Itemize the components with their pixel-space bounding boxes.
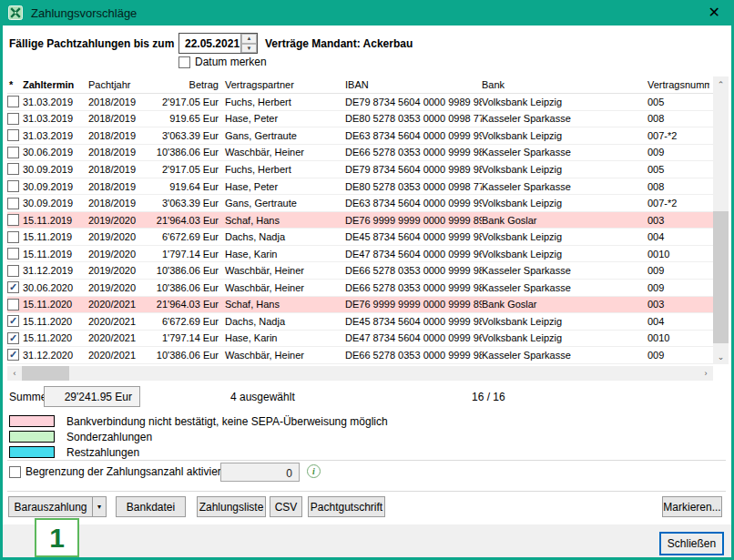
limit-checkbox-box[interactable] (9, 466, 21, 478)
info-icon[interactable]: i (307, 464, 321, 478)
column-header-vertragspartner[interactable]: Vertragspartner (223, 79, 345, 90)
row-checkbox[interactable] (7, 198, 19, 209)
date-spin-down-icon[interactable]: ▼ (241, 44, 257, 54)
row-checkbox[interactable] (7, 349, 19, 361)
scroll-right-icon[interactable]: › (698, 366, 713, 381)
table-row[interactable]: 30.09.2019 2018/2019 2'917.05 Eur Fuchs,… (7, 161, 713, 178)
zahlungsliste-button[interactable]: Zahlungsliste (197, 496, 266, 517)
table-row[interactable]: 31.03.2019 2018/2019 919.65 Eur Hase, Pe… (7, 111, 713, 128)
zahlungsvorschlaege-dialog: Zahlungsvorschläge ✕ Fällige Pachtzahlun… (0, 0, 734, 560)
row-checkbox[interactable] (7, 231, 19, 243)
cell-betrag: 10'386.06 Eur (148, 147, 223, 158)
h-scrollbar[interactable]: ‹ › (7, 366, 713, 381)
cell-vertragsnummer: 005 (647, 164, 709, 175)
close-dialog-button[interactable]: Schließen (659, 532, 724, 555)
table-row[interactable]: 31.03.2019 2018/2019 3'063.39 Eur Gans, … (7, 127, 713, 145)
scroll-down-icon[interactable]: ⌄ (713, 349, 729, 364)
row-checkbox[interactable] (7, 332, 19, 344)
cell-iban: DE79 8734 5604 0000 9989 98 (345, 164, 482, 175)
column-header-bank[interactable]: Bank (482, 79, 647, 90)
column-header-iban[interactable]: IBAN (345, 79, 482, 90)
bankdatei-button[interactable]: Bankdatei (116, 496, 186, 517)
table-row[interactable]: 30.09.2019 2018/2019 3'063.39 Eur Gans, … (7, 195, 713, 212)
cell-betrag: 6'672.69 Eur (148, 316, 223, 327)
table-row[interactable]: 15.11.2020 2020/2021 1'797.14 Eur Hase, … (7, 331, 713, 348)
cell-vertragsnummer: 008 (647, 181, 709, 192)
cell-vertragspartner: Waschbär, Heiner (223, 147, 345, 158)
remember-date-checkbox-box[interactable] (178, 56, 190, 68)
cell-iban: DE45 8734 5604 0000 9999 98 (345, 316, 482, 327)
row-checkbox[interactable] (7, 248, 19, 260)
cell-pachtjahr: 2020/2021 (88, 316, 148, 327)
cell-vertragsnummer: 005 (647, 97, 709, 107)
cell-zahltermin: 30.06.2019 (23, 147, 88, 158)
cell-pachtjahr: 2018/2019 (88, 164, 148, 175)
cell-bank: Bank Goslar (482, 215, 647, 226)
column-header-star[interactable]: * (7, 79, 23, 90)
cell-iban: DE76 9999 9999 0000 9999 89 (345, 299, 482, 310)
cell-bank: Kasseler Sparkasse (482, 181, 647, 192)
cell-zahltermin: 30.06.2020 (23, 282, 88, 293)
column-header-pachtjahr[interactable]: Pachtjahr (88, 79, 148, 90)
table-row[interactable]: 15.11.2020 2020/2021 6'672.69 Eur Dachs,… (7, 313, 713, 331)
csv-button[interactable]: CSV (270, 496, 302, 517)
step-marker: 1 (35, 518, 79, 557)
table-row[interactable]: 31.03.2019 2018/2019 2'917.05 Eur Fuchs,… (7, 94, 713, 111)
row-checkbox[interactable] (7, 265, 19, 277)
row-checkbox[interactable] (7, 96, 19, 107)
cell-iban: DE66 5278 0353 0000 9999 98 (345, 147, 482, 158)
barauszahlung-button[interactable]: Barauszahlung (8, 496, 93, 517)
h-scrollbar-thumb[interactable] (22, 366, 69, 381)
row-checkbox[interactable] (7, 315, 19, 327)
cell-betrag: 3'063.39 Eur (148, 198, 223, 209)
cell-vertragsnummer: 003 (647, 299, 709, 310)
date-spin-up-icon[interactable]: ▲ (241, 34, 257, 44)
cell-iban: DE63 8734 5604 0000 0999 99 (345, 130, 482, 141)
cell-bank: Kasseler Sparkasse (482, 147, 647, 158)
due-date-value[interactable]: 22.05.2021 (179, 34, 240, 53)
row-checkbox[interactable] (7, 214, 19, 226)
row-checkbox[interactable] (7, 147, 19, 158)
table-row[interactable]: 31.12.2020 2020/2021 10'386.06 Eur Wasch… (7, 347, 713, 364)
table-row[interactable]: 30.06.2019 2018/2019 10'386.06 Eur Wasch… (7, 145, 713, 162)
table-row[interactable]: 15.11.2019 2019/2020 21'964.03 Eur Schaf… (7, 212, 713, 229)
scroll-left-icon[interactable]: ‹ (7, 366, 22, 381)
cell-betrag: 1'797.14 Eur (148, 249, 223, 260)
cell-vertragsnummer: 009 (647, 350, 709, 361)
scroll-up-icon[interactable]: ⌃ (713, 76, 729, 92)
limit-checkbox-row[interactable]: Begrenzung der Zahlungsanzahl aktivieren (9, 465, 233, 478)
cell-pachtjahr: 2018/2019 (88, 113, 148, 124)
column-header-betrag[interactable]: Betrag (148, 79, 223, 90)
barauszahlung-dropdown[interactable]: ▾ (92, 496, 107, 517)
pachtgutschrift-button[interactable]: Pachtgutschrift (308, 496, 385, 517)
cell-pachtjahr: 2019/2020 (88, 265, 148, 276)
row-checkbox[interactable] (7, 113, 19, 125)
cell-betrag: 919.64 Eur (148, 181, 223, 192)
cell-zahltermin: 31.03.2019 (23, 130, 88, 141)
close-icon[interactable]: ✕ (703, 4, 726, 22)
remember-date-checkbox[interactable]: Datum merken (178, 56, 267, 68)
row-checkbox[interactable] (7, 281, 19, 293)
column-header-vertragsnummer[interactable]: Vertragsnummer (647, 79, 709, 90)
table-row[interactable]: 15.11.2020 2020/2021 21'964.03 Eur Schaf… (7, 297, 713, 314)
due-date-field[interactable]: 22.05.2021 ▲ ▼ (178, 33, 258, 54)
row-checkbox[interactable] (7, 129, 19, 141)
table-row[interactable]: 31.12.2019 2019/2020 10'386.06 Eur Wasch… (7, 262, 713, 280)
table-row[interactable]: 30.06.2020 2019/2020 10'386.06 Eur Wasch… (7, 280, 713, 297)
limit-input[interactable]: 0 (220, 463, 300, 482)
v-scrollbar[interactable]: ⌃ ⌄ (713, 76, 729, 364)
sum-field: 29'241.95 Eur (44, 386, 140, 407)
markieren-button[interactable]: Markieren... (662, 496, 722, 517)
cell-vertragsnummer: 004 (647, 316, 709, 327)
row-checkbox[interactable] (7, 180, 19, 192)
cell-zahltermin: 15.11.2019 (23, 231, 88, 242)
cell-zahltermin: 15.11.2020 (23, 316, 88, 327)
column-header-zahltermin[interactable]: Zahltermin (23, 79, 88, 90)
v-scrollbar-thumb[interactable] (713, 211, 729, 343)
table-row[interactable]: 30.09.2019 2018/2019 919.64 Eur Hase, Pe… (7, 178, 713, 196)
row-checkbox[interactable] (7, 163, 19, 175)
row-checkbox[interactable] (7, 299, 19, 311)
table-row[interactable]: 15.11.2019 2019/2020 6'672.69 Eur Dachs,… (7, 229, 713, 246)
legend-label: Bankverbindung nicht bestätigt, keine SE… (66, 415, 388, 428)
table-row[interactable]: 15.11.2019 2019/2020 1'797.14 Eur Hase, … (7, 246, 713, 263)
